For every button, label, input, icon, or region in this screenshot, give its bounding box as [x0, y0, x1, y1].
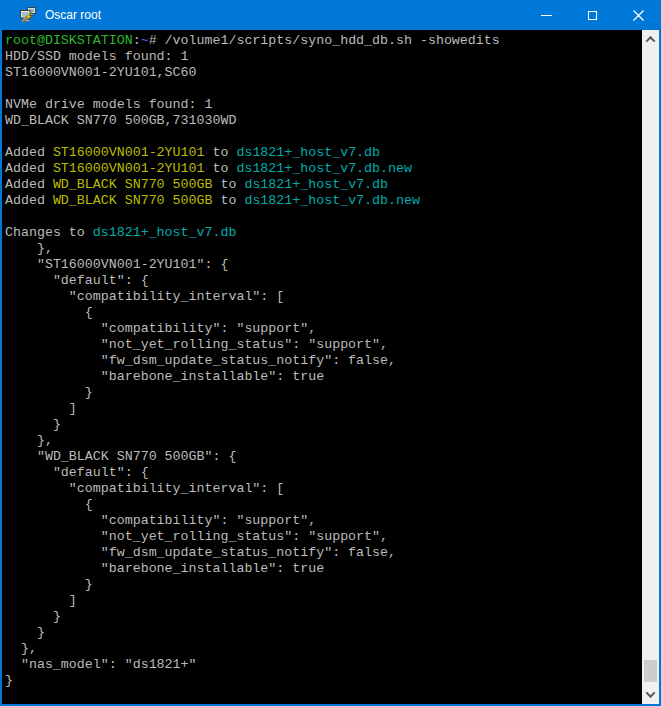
terminal-line: Added ST16000VN001-2YU101 to ds1821+_hos… [5, 161, 642, 177]
terminal-line: } [5, 385, 642, 401]
terminal-line: } [5, 577, 642, 593]
maximize-button[interactable] [569, 0, 615, 30]
terminal-line: Added WD_BLACK SN770 500GB to ds1821+_ho… [5, 193, 642, 209]
terminal-line: "compatibility_interval": [ [5, 289, 642, 305]
terminal-line: "WD_BLACK SN770 500GB": { [5, 449, 642, 465]
title-bar[interactable]: Oscar root [0, 0, 661, 30]
terminal-line: { [5, 497, 642, 513]
terminal-line: "fw_dsm_update_status_notify": false, [5, 353, 642, 369]
terminal-line: }, [5, 241, 642, 257]
chevron-down-icon [646, 688, 656, 698]
chevron-up-icon [646, 36, 656, 46]
terminal-client-area: root@DISKSTATION:~# /volume1/scripts/syn… [2, 30, 659, 704]
terminal-line: } [5, 609, 642, 625]
terminal-line: } [5, 625, 642, 641]
terminal-line: "nas_model": "ds1821+" [5, 657, 642, 673]
terminal-line: HDD/SSD models found: 1 [5, 49, 642, 65]
terminal-line: ] [5, 593, 642, 609]
terminal-screen[interactable]: root@DISKSTATION:~# /volume1/scripts/syn… [2, 30, 642, 704]
terminal-line: "not_yet_rolling_status": "support", [5, 529, 642, 545]
minimize-button[interactable] [523, 0, 569, 30]
terminal-line: "not_yet_rolling_status": "support", [5, 337, 642, 353]
terminal-line: { [5, 305, 642, 321]
terminal-line: } [5, 417, 642, 433]
terminal-line [5, 129, 642, 145]
terminal-line: "default": { [5, 273, 642, 289]
terminal-line: root@DISKSTATION:~# /volume1/scripts/syn… [5, 33, 642, 49]
terminal-line [5, 81, 642, 97]
terminal-line: "compatibility": "support", [5, 321, 642, 337]
terminal-line: "compatibility": "support", [5, 513, 642, 529]
close-icon [633, 10, 644, 21]
terminal-line: } [5, 673, 642, 689]
terminal-line: "barebone_installable": true [5, 369, 642, 385]
terminal-line: "ST16000VN001-2YU101": { [5, 257, 642, 273]
terminal-line: ] [5, 401, 642, 417]
terminal-output: root@DISKSTATION:~# /volume1/scripts/syn… [5, 33, 642, 689]
terminal-line: Added WD_BLACK SN770 500GB to ds1821+_ho… [5, 177, 642, 193]
close-button[interactable] [615, 0, 661, 30]
terminal-line: Changes to ds1821+_host_v7.db [5, 225, 642, 241]
window-controls [523, 0, 661, 30]
terminal-line: "compatibility_interval": [ [5, 481, 642, 497]
window-title: Oscar root [45, 8, 523, 22]
putty-app-icon[interactable] [20, 7, 36, 23]
putty-window: Oscar root root@DISKSTATION:~# /volume1/… [0, 0, 661, 706]
scroll-down-button[interactable] [642, 686, 659, 703]
terminal-line: NVMe drive models found: 1 [5, 97, 642, 113]
scrollbar-thumb[interactable] [644, 660, 657, 682]
vertical-scrollbar[interactable] [642, 30, 659, 704]
minimize-icon [541, 15, 552, 16]
terminal-line: "fw_dsm_update_status_notify": false, [5, 545, 642, 561]
terminal-line [5, 209, 642, 225]
scroll-up-button[interactable] [642, 31, 659, 48]
terminal-line: Added ST16000VN001-2YU101 to ds1821+_hos… [5, 145, 642, 161]
terminal-line: ST16000VN001-2YU101,SC60 [5, 65, 642, 81]
terminal-line: "barebone_installable": true [5, 561, 642, 577]
terminal-line: }, [5, 641, 642, 657]
terminal-line: WD_BLACK SN770 500GB,731030WD [5, 113, 642, 129]
terminal-line: "default": { [5, 465, 642, 481]
terminal-line: }, [5, 433, 642, 449]
maximize-icon [588, 11, 597, 20]
